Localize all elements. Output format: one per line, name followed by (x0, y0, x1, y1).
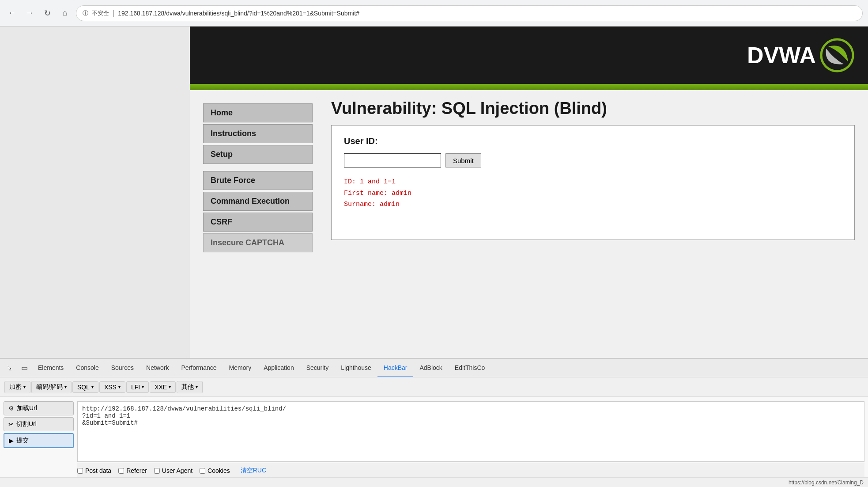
clear-ruc-button[interactable]: 清空RUC (241, 467, 266, 475)
input-row: Submit (344, 153, 842, 167)
page-body: Home Instructions Setup Brute Force Comm… (190, 90, 868, 358)
hackbar-encode-label: 编码/解码 (36, 383, 63, 391)
content-box: User ID: Submit ID: 1 and 1=1 First name… (331, 125, 855, 240)
nav-item-bruteforce[interactable]: Brute Force (203, 171, 313, 190)
green-bar (190, 84, 868, 90)
tab-security[interactable]: Security (300, 359, 335, 377)
dvwa-header: DVWA (190, 27, 868, 84)
cookies-checkbox[interactable] (200, 468, 205, 474)
hackbar-url-area: http://192.168.187.128/dvwa/vulnerabilit… (77, 397, 868, 477)
url-separator: | (113, 9, 114, 17)
hackbar-sql-label: SQL (77, 384, 90, 391)
nav-item-csrf[interactable]: CSRF (203, 213, 313, 232)
result-line2: First name: admin (344, 188, 842, 199)
svg-point-0 (821, 39, 853, 71)
load-url-label: 加载Url (17, 404, 37, 412)
devtools-panel: ⭸ ▭ Elements Console Sources Network Per… (0, 358, 868, 477)
back-button[interactable]: ← (5, 7, 19, 20)
tab-elements[interactable]: Elements (32, 359, 70, 377)
hackbar-encode-menu[interactable]: 编码/解码 ▾ (31, 381, 72, 393)
hackbar-xss-label: XSS (104, 384, 117, 391)
user-id-input[interactable] (344, 153, 441, 167)
hackbar-sql-menu[interactable]: SQL ▾ (72, 381, 98, 393)
nav-item-captcha[interactable]: Insecure CAPTCHA (203, 233, 313, 252)
result-line1: ID: 1 and 1=1 (344, 176, 842, 188)
hackbar-buttons: ⚙ 加载Url ✂ 切割Url ▶ 提交 (0, 397, 77, 477)
device-icon[interactable]: ▭ (17, 361, 32, 376)
encrypt-dropdown-icon: ▾ (23, 384, 26, 389)
lfi-dropdown-icon: ▾ (142, 384, 144, 389)
referer-label: Referer (126, 467, 147, 474)
xxe-dropdown-icon: ▾ (169, 384, 171, 389)
hackbar-xxe-menu[interactable]: XXE ▾ (150, 381, 176, 393)
useragent-checkbox-label[interactable]: User Agent (154, 467, 192, 474)
submit-button[interactable]: Submit (445, 153, 481, 167)
tab-console[interactable]: Console (70, 359, 105, 377)
tab-network[interactable]: Network (140, 359, 175, 377)
nav-item-home[interactable]: Home (203, 103, 313, 122)
devtools-tabs: ⭸ ▭ Elements Console Sources Network Per… (0, 359, 868, 377)
cookies-label: Cookies (208, 467, 230, 474)
split-url-label: 切割Url (16, 420, 37, 428)
load-url-icon: ⚙ (8, 405, 14, 412)
postdata-label: Post data (85, 467, 111, 474)
submit-hackbar-label: 提交 (16, 437, 29, 445)
tab-editthisco[interactable]: EditThisCo (449, 359, 491, 377)
page-title: Vulnerability: SQL Injection (Blind) (331, 99, 855, 118)
referer-checkbox-label[interactable]: Referer (118, 467, 147, 474)
security-icon: ⓘ (83, 9, 88, 17)
tab-sources[interactable]: Sources (105, 359, 140, 377)
tab-lighthouse[interactable]: Lighthouse (335, 359, 377, 377)
split-url-button[interactable]: ✂ 切割Url (4, 417, 74, 431)
postdata-checkbox[interactable] (77, 468, 83, 474)
hackbar: 加密 ▾ 编码/解码 ▾ SQL ▾ XSS ▾ LFI ▾ (0, 377, 868, 477)
nav-menu: Home Instructions Setup Brute Force Comm… (203, 99, 318, 349)
hackbar-url-input[interactable]: http://192.168.187.128/dvwa/vulnerabilit… (77, 401, 864, 462)
address-bar[interactable]: ⓘ 不安全 | 192.168.187.128/dvwa/vulnerabili… (76, 5, 863, 21)
result-text: ID: 1 and 1=1 First name: admin Surname:… (344, 176, 842, 210)
hackbar-lfi-menu[interactable]: LFI ▾ (126, 381, 149, 393)
hackbar-lfi-label: LFI (131, 384, 140, 391)
submit-hackbar-icon: ▶ (9, 437, 14, 444)
forward-button[interactable]: → (23, 7, 36, 20)
sql-dropdown-icon: ▾ (91, 384, 94, 389)
user-id-label: User ID: (344, 136, 842, 146)
browser-chrome: ← → ↻ ⌂ ⓘ 不安全 | 192.168.187.128/dvwa/vul… (0, 0, 868, 27)
dvwa-logo: DVWA (747, 38, 855, 73)
hackbar-encrypt-menu[interactable]: 加密 ▾ (4, 381, 30, 393)
hackbar-other-menu[interactable]: 其他 ▾ (177, 381, 203, 393)
reload-button[interactable]: ↻ (41, 7, 54, 20)
referer-checkbox[interactable] (118, 468, 124, 474)
tab-hackbar[interactable]: HackBar (377, 359, 414, 377)
status-text: https://blog.csdn.net/Claming_D (789, 479, 864, 486)
hackbar-body: ⚙ 加载Url ✂ 切割Url ▶ 提交 http://192.168.187.… (0, 397, 868, 477)
postdata-checkbox-label[interactable]: Post data (77, 467, 111, 474)
nav-item-commandexecution[interactable]: Command Execution (203, 192, 313, 211)
result-line3: Surname: admin (344, 199, 842, 210)
hackbar-encrypt-label: 加密 (9, 383, 22, 391)
webpage: DVWA Home Instructions Setup (190, 27, 868, 358)
home-button[interactable]: ⌂ (58, 7, 72, 20)
submit-hackbar-button[interactable]: ▶ 提交 (4, 433, 74, 448)
dvwa-logo-text: DVWA (747, 42, 816, 68)
tab-application[interactable]: Application (257, 359, 300, 377)
left-sidebar (0, 27, 190, 358)
tab-performance[interactable]: Performance (175, 359, 223, 377)
hackbar-xxe-label: XXE (155, 384, 167, 391)
tab-memory[interactable]: Memory (223, 359, 258, 377)
other-dropdown-icon: ▾ (196, 384, 198, 389)
useragent-checkbox[interactable] (154, 468, 160, 474)
tab-adblock[interactable]: AdBlock (413, 359, 448, 377)
split-url-icon: ✂ (8, 421, 14, 428)
hackbar-xss-menu[interactable]: XSS ▾ (99, 381, 125, 393)
encode-dropdown-icon: ▾ (64, 384, 67, 389)
cookies-checkbox-label[interactable]: Cookies (200, 467, 230, 474)
nav-item-instructions[interactable]: Instructions (203, 124, 313, 143)
url-text: 192.168.187.128/dvwa/vulnerabilities/sql… (118, 10, 359, 17)
nav-item-setup[interactable]: Setup (203, 145, 313, 164)
security-label: 不安全 (92, 9, 109, 17)
load-url-button[interactable]: ⚙ 加载Url (4, 401, 74, 415)
xss-dropdown-icon: ▾ (118, 384, 121, 389)
main-content: Vulnerability: SQL Injection (Blind) Use… (331, 99, 855, 349)
inspect-icon[interactable]: ⭸ (2, 361, 17, 376)
